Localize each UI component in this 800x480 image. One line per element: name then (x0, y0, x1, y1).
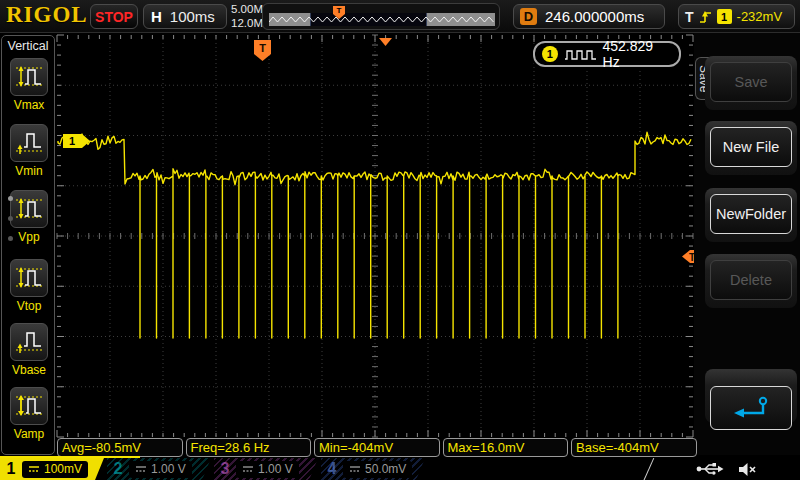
save-button[interactable]: Save (710, 62, 792, 102)
vtop-icon (10, 259, 48, 297)
menu-item-label: Vmax (2, 98, 56, 112)
channel-number: 3 (214, 460, 236, 478)
channel-scale-box: 100mV (22, 461, 88, 478)
channel-scale: 1.00 V (151, 462, 186, 476)
usb-icon (696, 461, 724, 477)
measurement-avg[interactable]: Avg=-80.5mV (57, 438, 183, 457)
counter-value: 452.829 Hz (603, 38, 672, 70)
menu-item-label: Vtop (2, 299, 56, 313)
channel-scale-box: 1.00 V (129, 461, 192, 478)
system-status-icons (696, 461, 757, 477)
oscilloscope-screen: RIGOL STOP H 100ms 5.00MSa/s 12.0M pts T… (0, 0, 800, 480)
dc-coupling-icon (28, 464, 40, 474)
vbase-icon (10, 323, 48, 361)
trigger-point-icon (379, 38, 392, 46)
measurement-max[interactable]: Max=16.0mV (443, 438, 569, 457)
menu-page-indicator (8, 196, 13, 241)
vpp-icon (10, 190, 48, 228)
measurement-results-bar: Avg=-80.5mV Freq=28.6 Hz Min=-404mV Max=… (57, 438, 697, 457)
svg-text:1: 1 (69, 135, 75, 147)
measurement-freq[interactable]: Freq=28.6 Hz (186, 438, 312, 457)
counter-channel-badge: 1 (542, 46, 558, 62)
menu-item-label: Vbase (2, 363, 56, 377)
back-button[interactable] (710, 386, 792, 430)
channel-scale-box: 50.0mV (343, 461, 412, 478)
menu-item-vamp[interactable]: Vamp (2, 387, 56, 441)
speaker-muted-icon (738, 462, 757, 477)
menu-item-vtop[interactable]: Vtop (2, 259, 56, 313)
vertical-measure-menu: Vertical Vmax Vmin Vpp Vtop (1, 35, 55, 455)
save-soft-menu: Save Save New File NewFolder Delete (694, 33, 800, 455)
channel-scale: 1.00 V (258, 462, 293, 476)
new-folder-button[interactable]: NewFolder (710, 194, 792, 234)
menu-item-vmin[interactable]: Vmin (2, 124, 56, 178)
frequency-counter: 1 452.829 Hz (533, 41, 681, 67)
square-wave-icon (564, 47, 597, 61)
return-arrow-icon (730, 394, 772, 422)
waveform-display: T 1 T (0, 0, 800, 480)
new-file-button[interactable]: New File (710, 127, 792, 167)
vmin-icon (10, 124, 48, 162)
vmax-icon (10, 58, 48, 96)
dc-coupling-icon (242, 464, 254, 474)
channel-scale: 100mV (44, 462, 82, 476)
channel1-status[interactable]: 1 100mV (0, 458, 104, 480)
measurement-base[interactable]: Base=-404mV (571, 438, 697, 457)
channel-number: 4 (321, 460, 343, 478)
menu-item-label: Vamp (2, 427, 56, 441)
channel-scale-box: 1.00 V (236, 461, 299, 478)
channel2-status[interactable]: 2 1.00 V (107, 458, 211, 480)
channel-number: 2 (107, 460, 129, 478)
status-divider (643, 458, 654, 480)
channel4-status[interactable]: 4 50.0mV (321, 458, 425, 480)
channel1-level-tag[interactable]: 1 (63, 134, 90, 148)
channel-status-bar: 1 100mV 2 1.00 V 3 1.00 V 4 50.0 (0, 458, 800, 480)
menu-title: Vertical (2, 36, 54, 53)
trigger-position-marker[interactable]: T (254, 40, 271, 61)
menu-item-vbase[interactable]: Vbase (2, 323, 56, 377)
channel3-status[interactable]: 3 1.00 V (214, 458, 318, 480)
delete-button[interactable]: Delete (710, 260, 792, 300)
measurement-min[interactable]: Min=-404mV (314, 438, 440, 457)
channel1-highlight (0, 456, 140, 458)
dc-coupling-icon (135, 464, 147, 474)
channel-scale: 50.0mV (365, 462, 406, 476)
menu-item-label: Vmin (2, 164, 56, 178)
vamp-icon (10, 387, 48, 425)
menu-item-vmax[interactable]: Vmax (2, 58, 56, 112)
svg-text:T: T (259, 42, 266, 54)
dc-coupling-icon (349, 464, 361, 474)
channel-number: 1 (0, 460, 22, 478)
